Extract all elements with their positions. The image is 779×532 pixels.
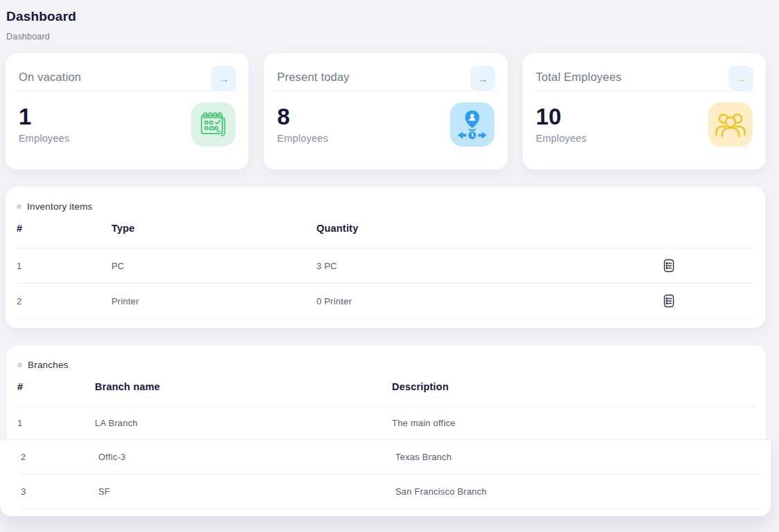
stat-card-on-vacation: On vacation → 1 Employees — [6, 53, 249, 169]
divider — [15, 91, 239, 91]
stat-card-total-employees: Total Employees → 10 Employees — [523, 53, 766, 169]
cell-num: 1 — [17, 418, 95, 428]
divider — [21, 508, 760, 509]
stat-metric: 8 Employees — [277, 105, 328, 144]
cell-num: 2 — [17, 296, 111, 306]
stat-card-title: Present today — [277, 66, 349, 84]
inventory-row: 1 PC 3 PC — [17, 248, 754, 283]
cell-branch-name: LA Branch — [95, 418, 392, 428]
stat-value: 8 — [277, 105, 328, 128]
inventory-details-icon[interactable] — [663, 294, 754, 308]
stat-card-title: On vacation — [19, 66, 81, 84]
col-header-type: Type — [111, 223, 316, 234]
cell-description: The main office — [392, 418, 755, 428]
attendance-pin-icon — [450, 102, 494, 147]
cell-type: PC — [111, 261, 316, 271]
section-dot-icon — [17, 204, 21, 209]
cell-quantity: 0 Printer — [316, 296, 663, 306]
divider — [17, 318, 754, 319]
breadcrumb[interactable]: Dashboard — [6, 32, 779, 42]
divider — [274, 91, 497, 91]
inventory-section: Inventory items # Type Quantity 1 PC 3 P… — [6, 187, 765, 328]
section-dot-icon — [17, 363, 22, 367]
stat-unit: Employees — [277, 133, 328, 144]
stat-metric: 10 Employees — [536, 105, 587, 144]
branch-row: 3 SF San Francisco Branch — [21, 475, 760, 508]
col-header-description: Description — [392, 381, 755, 392]
cell-num: 2 — [21, 452, 98, 462]
col-header-num: # — [17, 381, 95, 392]
go-to-attendance-button[interactable]: → — [470, 66, 495, 91]
branches-table-header: # Branch name Description — [17, 370, 755, 406]
inventory-details-icon[interactable] — [663, 259, 754, 273]
divider — [532, 91, 756, 91]
stat-value: 1 — [19, 105, 70, 128]
stat-metric: 1 Employees — [19, 105, 70, 144]
stats-row: On vacation → 1 Employees — [6, 53, 766, 169]
go-to-vacation-button[interactable]: → — [211, 66, 236, 91]
cell-type: Printer — [111, 296, 316, 306]
go-to-employees-button[interactable]: → — [728, 66, 753, 91]
vacation-calendar-icon — [191, 102, 235, 147]
branches-lower-panel: 2 Offic-3 Texas Branch 3 SF San Francisc… — [0, 439, 771, 516]
cell-num: 1 — [17, 261, 111, 271]
col-header-quantity: Quantity — [316, 223, 663, 234]
stat-value: 10 — [536, 105, 587, 128]
col-header-branch-name: Branch name — [95, 381, 392, 392]
stat-unit: Employees — [536, 133, 587, 144]
cell-branch-name: Offic-3 — [98, 452, 395, 462]
branches-section: Branches # Branch name Description 1 LA … — [7, 345, 766, 439]
cell-num: 3 — [21, 486, 98, 497]
cell-branch-name: SF — [98, 486, 395, 497]
branch-row: 1 LA Branch The main office — [17, 407, 755, 439]
page-title: Dashboard — [6, 9, 779, 24]
cell-quantity: 3 PC — [316, 261, 663, 271]
col-header-num: # — [17, 223, 111, 234]
inventory-row: 2 Printer 0 Printer — [17, 284, 754, 318]
stat-unit: Employees — [19, 133, 70, 144]
branches-section-title: Branches — [28, 360, 69, 370]
inventory-table-header: # Type Quantity — [17, 212, 754, 248]
stat-card-present-today: Present today → 8 Employees — [264, 53, 507, 169]
branch-row: 2 Offic-3 Texas Branch — [21, 440, 760, 474]
cell-description: Texas Branch — [395, 452, 760, 462]
employees-group-icon — [708, 102, 753, 147]
cell-description: San Francisco Branch — [395, 486, 760, 497]
stat-card-title: Total Employees — [536, 66, 622, 84]
inventory-section-title: Inventory items — [27, 201, 93, 212]
